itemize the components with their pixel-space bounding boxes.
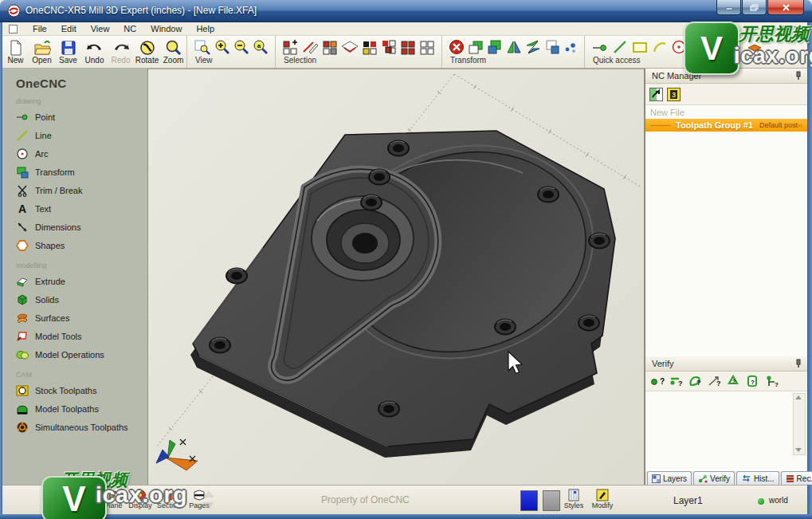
display-tool[interactable]: Display: [127, 489, 154, 509]
verify-angle-icon[interactable]: ?: [708, 375, 722, 387]
verify-title: Verify: [652, 359, 674, 368]
minimize-button[interactable]: [716, 0, 741, 15]
rectangle-tool-icon[interactable]: [631, 39, 649, 55]
select-all-icon[interactable]: [400, 39, 416, 55]
section-tool[interactable]: Section: [155, 489, 182, 509]
verify-header[interactable]: Verify: [645, 356, 807, 372]
point-tool-icon[interactable]: [591, 39, 609, 55]
fillet-tool-icon[interactable]: [690, 39, 704, 55]
title-bar[interactable]: OneCNC-XR5 Mill 3D Expert (inches) - [Ne…: [0, 0, 812, 22]
sidebar-item-line[interactable]: Line: [16, 126, 147, 144]
sidebar-item-stock-toolpaths[interactable]: Stock Toolpaths: [16, 381, 147, 399]
select-type-icon[interactable]: [362, 39, 378, 55]
group-count-icon[interactable]: 3: [667, 88, 681, 101]
document-system-icon[interactable]: [9, 25, 18, 33]
styles-tool[interactable]: Styles: [560, 489, 587, 509]
menu-window[interactable]: Window: [143, 23, 189, 34]
save-button[interactable]: Save: [55, 36, 81, 68]
sidebar-item-surfaces[interactable]: Surfaces: [16, 309, 147, 327]
menu-view[interactable]: View: [84, 23, 117, 34]
sidebar-item-point[interactable]: Point: [16, 108, 147, 126]
menu-edit[interactable]: Edit: [54, 23, 84, 34]
new-button[interactable]: New: [2, 36, 29, 68]
nc-manager-header[interactable]: NC Manager: [645, 69, 807, 84]
copy-icon[interactable]: [468, 39, 484, 55]
modify-tool[interactable]: Modify: [589, 489, 616, 509]
menu-help[interactable]: Help: [189, 23, 222, 34]
machine-group-icon[interactable]: [649, 88, 663, 101]
tab-history[interactable]: Hist...: [736, 471, 779, 485]
close-button[interactable]: [767, 0, 804, 15]
nav-up-arrow[interactable]: [203, 490, 214, 497]
mirror-icon[interactable]: [506, 39, 522, 55]
scroll-down-icon[interactable]: [794, 446, 802, 454]
line-tool-icon[interactable]: [612, 39, 628, 55]
select-surface-icon[interactable]: [341, 39, 359, 55]
verify-area-icon[interactable]: ?: [688, 375, 703, 387]
verify-list-area[interactable]: [645, 391, 807, 457]
sidebar-item-dimensions[interactable]: Dimensions: [16, 218, 147, 236]
undo-button[interactable]: Undo: [81, 36, 108, 68]
restore-button[interactable]: [742, 0, 767, 15]
color-swatch-blue[interactable]: [520, 490, 538, 511]
window-frame-right: [807, 22, 812, 519]
nav-down-arrow[interactable]: [203, 502, 214, 509]
viewport-3d[interactable]: [148, 69, 644, 485]
verify-point-icon[interactable]: ?: [650, 375, 665, 387]
select-add-icon[interactable]: [282, 39, 298, 55]
rotate-button[interactable]: Rotate: [134, 36, 160, 68]
zoom-all-icon[interactable]: a: [253, 39, 269, 55]
sidebar-item-model-toolpaths[interactable]: Model Toolpaths: [16, 399, 147, 418]
sidebar-item-text[interactable]: A Text: [16, 199, 147, 218]
plane-tool[interactable]: Plane: [100, 489, 127, 509]
view-window-icon[interactable]: [194, 39, 211, 55]
select-color-icon[interactable]: [322, 39, 338, 55]
verify-scrollbar[interactable]: [793, 393, 806, 455]
verify-recycle-icon[interactable]: ?: [727, 375, 741, 387]
circle-tool-icon[interactable]: [671, 39, 687, 55]
sidebar-item-solids[interactable]: Solids: [16, 290, 147, 309]
sidebar-item-transform[interactable]: Transform: [16, 163, 147, 181]
zoom-button[interactable]: Zoom: [160, 36, 186, 68]
sidebar-item-model-tools[interactable]: Model Tools: [16, 327, 147, 345]
tab-layers[interactable]: Layers: [647, 471, 692, 485]
pin-icon[interactable]: [794, 359, 802, 368]
zoom-out-icon[interactable]: [233, 39, 249, 55]
arc-tool-icon[interactable]: [652, 39, 668, 55]
menu-file[interactable]: File: [25, 23, 54, 34]
verify-flag-icon[interactable]: ?: [765, 375, 779, 387]
sidebar-item-model-operations[interactable]: Model Operations: [16, 345, 147, 364]
redo-button[interactable]: Redo: [108, 36, 134, 68]
zoom-in-icon[interactable]: [214, 39, 230, 55]
scale-icon[interactable]: [544, 39, 560, 55]
sidebar-item-arc[interactable]: Arc: [16, 144, 147, 163]
trim-tool-icon[interactable]: [708, 39, 724, 55]
select-window-icon[interactable]: [381, 39, 397, 55]
move-icon[interactable]: [487, 39, 503, 55]
delete-icon[interactable]: [449, 39, 465, 55]
nc-file-label[interactable]: New File: [645, 105, 807, 119]
array-icon[interactable]: [563, 39, 578, 55]
pin-icon[interactable]: [794, 71, 802, 81]
toolpath-group-row[interactable]: Toolpath Group #1 Default post on: [645, 119, 807, 132]
tab-recent[interactable]: Rec...: [781, 471, 812, 485]
flip-icon[interactable]: [525, 39, 541, 55]
color-swatch-gray[interactable]: [543, 490, 560, 511]
menu-nc[interactable]: NC: [116, 23, 143, 34]
mdi-restore-icon[interactable]: [781, 26, 789, 33]
verify-line-icon[interactable]: ?: [669, 375, 684, 387]
sidebar-item-extrude[interactable]: Extrude: [16, 272, 147, 290]
active-layer-label[interactable]: Layer1: [673, 495, 703, 506]
verify-solid-icon[interactable]: ?: [746, 375, 760, 387]
sidebar-item-simultaneous-toolpaths[interactable]: Simultaneous Toolpaths: [16, 418, 147, 436]
select-none-icon[interactable]: [419, 39, 435, 55]
open-button[interactable]: Open: [29, 36, 55, 68]
sidebar-item-shapes[interactable]: Shapes: [16, 236, 147, 254]
scroll-up-icon[interactable]: [794, 394, 802, 402]
nc-manager-list-area[interactable]: [645, 132, 807, 356]
mdi-close-icon[interactable]: [794, 26, 801, 33]
select-brush-icon[interactable]: [301, 39, 319, 55]
sidebar-item-trim-break[interactable]: Trim / Break: [16, 181, 147, 199]
view-tool[interactable]: View: [73, 489, 100, 509]
tab-verify[interactable]: Verify: [693, 471, 735, 485]
